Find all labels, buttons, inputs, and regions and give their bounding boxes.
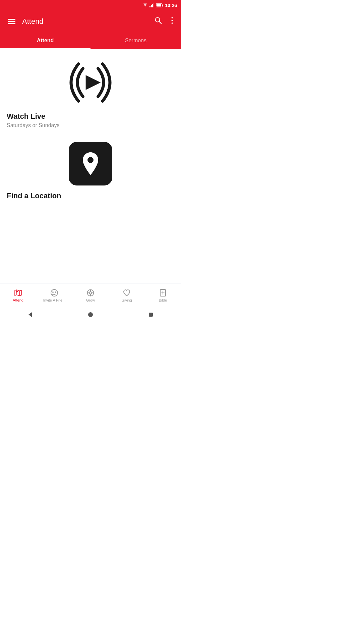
svg-rect-3 [154,3,154,7]
main-content: Watch Live Saturdays or Sundays Find a L… [0,49,181,202]
svg-point-9 [172,17,173,18]
svg-marker-12 [86,75,101,90]
svg-line-8 [159,21,161,23]
nav-invite[interactable]: Invite A Frie... [36,288,72,302]
broadcast-svg [64,59,117,106]
app-bar-title: Attend [22,17,148,26]
recent-button[interactable] [148,312,154,318]
nav-grow-label: Grow [86,298,95,302]
wifi-icon [142,3,148,7]
nav-grow[interactable]: Grow [72,288,109,302]
menu-button[interactable] [5,16,18,27]
broadcast-icon [7,59,174,106]
watch-live-section[interactable]: Watch Live Saturdays or Sundays [7,59,174,135]
svg-rect-0 [149,6,150,7]
search-button[interactable] [152,14,165,29]
grow-icon [86,288,95,297]
svg-marker-29 [28,312,32,317]
location-pin-svg [81,152,100,176]
more-options-button[interactable] [169,14,176,29]
attend-icon [14,288,22,297]
bottom-nav: Attend Invite A Frie... Grow Giving [0,283,181,307]
nav-bible-label: Bible [159,298,167,302]
nav-invite-label: Invite A Frie... [43,298,66,302]
location-icon-wrap [7,142,174,185]
tab-attend[interactable]: Attend [0,32,90,49]
watch-live-subtitle: Saturdays or Sundays [7,122,59,128]
nav-giving-label: Giving [121,298,132,302]
app-bar: Attend [0,11,181,32]
watch-live-title: Watch Live [7,112,45,121]
svg-rect-31 [149,313,153,317]
system-nav [0,307,181,322]
home-button[interactable] [87,312,94,318]
svg-point-13 [87,157,94,163]
back-button[interactable] [27,312,33,318]
status-time: 10:26 [165,3,177,8]
location-box [69,142,112,185]
svg-rect-6 [157,4,161,7]
svg-rect-2 [152,4,153,7]
battery-icon [156,3,163,7]
svg-rect-5 [163,5,163,6]
find-location-section[interactable]: Find a Location [7,135,174,202]
status-icons: 10:26 [142,3,177,8]
nav-giving[interactable]: Giving [109,288,145,302]
svg-point-30 [88,312,93,317]
nav-attend-label: Attend [13,298,23,302]
svg-point-19 [55,291,56,293]
nav-attend[interactable]: Attend [0,288,36,302]
status-bar: 10:26 [0,0,181,11]
svg-point-17 [51,289,58,296]
svg-point-21 [89,292,92,294]
svg-point-11 [172,22,173,24]
tab-bar: Attend Sermons [0,32,181,49]
svg-point-18 [52,291,54,293]
svg-point-16 [16,290,18,292]
svg-rect-1 [151,5,152,7]
giving-icon [122,288,131,297]
nav-bible[interactable]: Bible [145,288,181,302]
invite-icon [50,288,59,297]
bible-icon [159,288,167,297]
tab-sermons[interactable]: Sermons [90,32,181,49]
svg-point-10 [172,20,173,21]
signal-icon [149,3,154,7]
find-location-title: Find a Location [7,192,61,200]
